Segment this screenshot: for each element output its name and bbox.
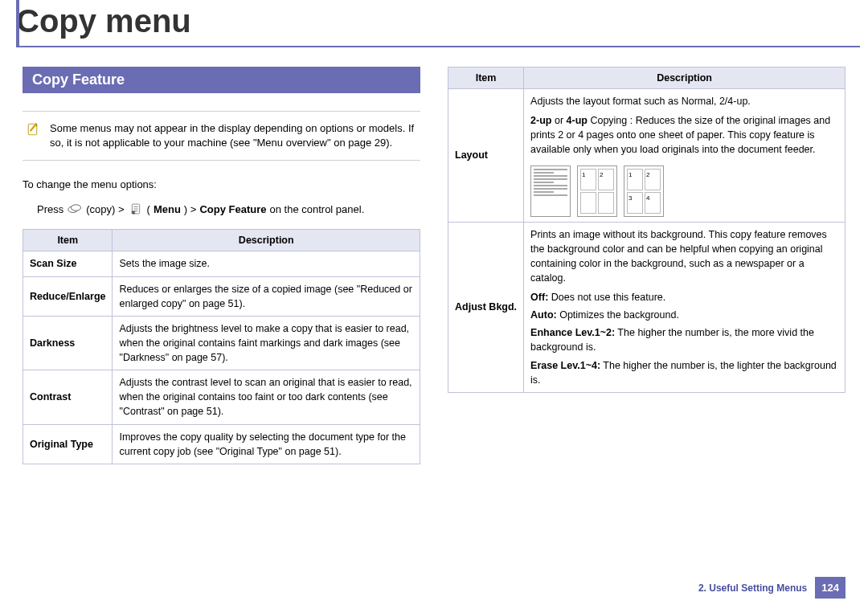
adjust-auto: Auto: Optimizes the background. bbox=[530, 308, 838, 322]
press-pre: Press bbox=[37, 203, 63, 215]
note-icon bbox=[26, 121, 42, 137]
note-text: Some menus may not appear in the display… bbox=[50, 121, 417, 150]
table-row: Original TypeImproves the copy quality b… bbox=[23, 424, 420, 464]
th-item: Item bbox=[23, 230, 113, 251]
note-box: Some menus may not appear in the display… bbox=[23, 111, 420, 161]
table-row: Adjust Bkgd. Prints an image without its… bbox=[448, 222, 845, 392]
left-column: Copy Feature Some menus may not appear i… bbox=[23, 67, 420, 464]
page-number: 124 bbox=[815, 577, 845, 599]
copy-icon bbox=[67, 202, 83, 216]
right-table: Item Description Layout Adjusts the layo… bbox=[448, 67, 845, 393]
page-footer: 2. Useful Setting Menus 124 bbox=[698, 577, 845, 599]
th-desc: Description bbox=[113, 230, 420, 251]
press-menu-pre: ( bbox=[147, 203, 150, 215]
press-tail: on the control panel. bbox=[269, 203, 364, 215]
press-copy-after: (copy) > bbox=[86, 203, 124, 215]
footer-chapter: 2. Useful Setting Menus bbox=[698, 582, 807, 594]
left-table: Item Description Scan SizeSets the image… bbox=[23, 229, 420, 464]
adjust-off: Off: Does not use this feature. bbox=[530, 290, 838, 304]
page-title: Copy menu bbox=[0, 0, 868, 39]
adjust-p1: Prints an image without its background. … bbox=[530, 227, 838, 286]
table-row: Scan SizeSets the image size. bbox=[23, 251, 420, 276]
section-heading: Copy Feature bbox=[23, 67, 420, 93]
layout-line2: 2-up or 4-up Copying : Reduces the size … bbox=[530, 113, 838, 157]
press-menu-bold: Menu bbox=[154, 203, 181, 215]
right-column: Item Description Layout Adjusts the layo… bbox=[448, 67, 845, 464]
adjust-erase: Erase Lev.1~4: The higher the number is,… bbox=[530, 358, 838, 387]
table-row: DarknessAdjusts the brightness level to … bbox=[23, 316, 420, 370]
layout-line1: Adjusts the layout format such as Normal… bbox=[530, 94, 838, 108]
press-feature-bold: Copy Feature bbox=[199, 203, 266, 215]
press-menu-post: ) > bbox=[184, 203, 197, 215]
svg-point-2 bbox=[72, 205, 81, 211]
table-row: Reduce/EnlargeReduces or enlarges the si… bbox=[23, 276, 420, 316]
menu-icon: ✱ bbox=[128, 202, 144, 216]
table-row: Layout Adjusts the layout format such as… bbox=[448, 89, 845, 223]
figure-2up: 1 2 bbox=[577, 166, 617, 217]
content-columns: Copy Feature Some menus may not appear i… bbox=[0, 59, 868, 464]
svg-text:✱: ✱ bbox=[131, 210, 136, 216]
press-instruction: Press (copy) > ✱ (Menu) > Copy Feature o… bbox=[23, 202, 420, 216]
th-desc: Description bbox=[524, 67, 845, 89]
th-item: Item bbox=[448, 67, 524, 89]
adjust-enhance: Enhance Lev.1~2: The higher the number i… bbox=[530, 325, 838, 354]
layout-figures: 1 2 1 2 3 4 bbox=[530, 166, 838, 217]
intro-text: To change the menu options: bbox=[23, 178, 420, 190]
figure-4up: 1 2 3 4 bbox=[624, 166, 664, 217]
figure-1up bbox=[530, 166, 571, 217]
table-row: ContrastAdjusts the contrast level to sc… bbox=[23, 370, 420, 424]
title-rule bbox=[0, 39, 868, 52]
